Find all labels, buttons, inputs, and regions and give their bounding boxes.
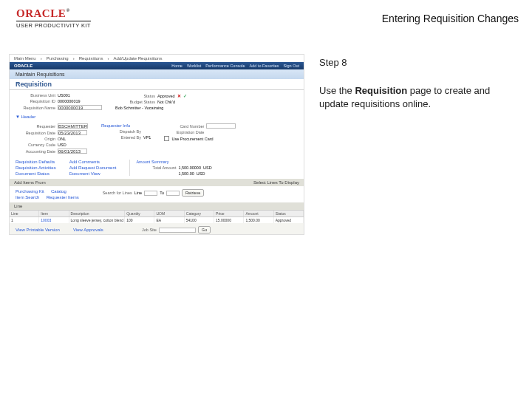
link-addreqdoc[interactable]: Add Request Document xyxy=(69,166,117,170)
oracle-logo-text: ORACLE xyxy=(16,7,66,19)
grid-header: LineItemDescriptionQuantityUOMCategoryPr… xyxy=(10,210,304,217)
tab[interactable]: Requisitions xyxy=(79,56,103,61)
breadcrumb-tabs: Main Menu › Purchasing › Requisitions › … xyxy=(10,55,304,62)
nav-signout[interactable]: Sign Out xyxy=(284,64,299,68)
link-addcomments[interactable]: Add Comments xyxy=(69,160,100,164)
instruction-body: Use the Requisition page to create and u… xyxy=(319,84,511,110)
link-kit[interactable]: Purchasing Kit xyxy=(16,189,44,194)
val-budget: Not Chk'd xyxy=(157,100,175,104)
go-button[interactable]: Go xyxy=(198,226,211,233)
val-bu: US001 xyxy=(58,93,70,98)
lbl-dispatch: Dispatch By xyxy=(101,129,141,134)
app-brand: ORACLE xyxy=(14,64,33,68)
val-total: 1,500.00000 xyxy=(178,166,201,170)
oracle-logo: ORACLE® xyxy=(16,7,91,20)
val-requester-name: Bob Schmitter - Vocatraing xyxy=(115,106,163,110)
lbl-cardnum: Card Number xyxy=(164,124,204,129)
val-curr: USD xyxy=(58,143,66,147)
input-jobsite[interactable] xyxy=(159,228,196,233)
val-reqid: 0000000019 xyxy=(58,99,81,103)
input-reqname[interactable]: 0000000019 xyxy=(58,105,102,110)
lbl-bu: Business Unit xyxy=(16,93,55,98)
doc-title: Entering Requisition Changes xyxy=(382,13,519,24)
input-line-to[interactable] xyxy=(166,191,180,196)
lbl-proc-card: Use Procurement Card xyxy=(171,137,213,141)
link-docstatus[interactable]: Document Status xyxy=(16,171,50,176)
header-toggle[interactable]: ▼ Header xyxy=(10,113,304,120)
nav-fav[interactable]: Add to Favorites xyxy=(250,64,279,68)
val-enteredby: VP1 xyxy=(143,135,151,140)
lbl-acctdate: Accounting Date xyxy=(16,149,55,154)
nav-home[interactable]: Home xyxy=(171,64,183,68)
upk-label: USER PRODUCTIVITY KIT xyxy=(16,21,91,29)
lbl-expdate: Expiration Date xyxy=(164,130,204,134)
input-reqdate[interactable]: 05/23/2013 xyxy=(58,130,87,135)
step-label: Step 8 xyxy=(319,57,511,68)
lbl-enteredby: Entered By xyxy=(101,135,141,140)
link-printable[interactable]: View Printable Version xyxy=(16,228,60,232)
check-icon[interactable]: ✓ xyxy=(183,93,187,98)
link-catalog[interactable]: Catalog xyxy=(51,189,66,194)
link-reqactivities[interactable]: Requisition Activities xyxy=(16,166,56,170)
checkbox-proc-card[interactable] xyxy=(164,136,169,141)
lbl-budget: Budget Status xyxy=(115,100,155,104)
link-reqitems[interactable]: Requester Items xyxy=(47,195,79,200)
input-cardnum[interactable] xyxy=(206,123,236,129)
cancel-icon[interactable]: ✕ xyxy=(177,93,181,98)
brand: ORACLE® USER PRODUCTIVITY KIT xyxy=(16,7,91,29)
table-row[interactable]: 110003Long sleeve jersey, cotton blend10… xyxy=(10,217,304,223)
nav-worklist[interactable]: Worklist xyxy=(187,64,201,68)
grid-title: Line xyxy=(14,204,22,208)
lbl-origin: Origin xyxy=(16,137,55,141)
embedded-screenshot: Main Menu › Purchasing › Requisitions › … xyxy=(9,54,304,235)
breadcrumb: Maintain Requisitions xyxy=(10,69,304,79)
add-items-title: Add Items From xyxy=(14,180,46,185)
tab[interactable]: Add/Update Requisitions xyxy=(113,56,162,61)
instruction-pre: Use the xyxy=(319,85,355,96)
input-requester[interactable]: BSCHMITTER xyxy=(58,123,88,129)
val-total2: 1,500.00 xyxy=(178,171,194,176)
tab[interactable]: Purchasing xyxy=(47,56,69,61)
retrieve-button[interactable]: Retrieve xyxy=(182,189,204,197)
val-origin: ONL xyxy=(58,137,66,141)
lbl-searchlines: Search for Lines xyxy=(92,191,132,195)
lbl-reqid: Requisition ID xyxy=(16,99,55,103)
lbl-reqname: Requisition Name xyxy=(16,106,55,110)
oracle-tm: ® xyxy=(66,7,70,13)
lbl-curr: Currency Code xyxy=(16,143,55,147)
lbl-jobsite: Job Site xyxy=(117,228,157,232)
lbl-total: Total Amount xyxy=(136,166,176,170)
instruction-bold: Requisition xyxy=(355,85,407,96)
amount-summary-title: Amount Summary xyxy=(136,160,168,164)
link-approvals[interactable]: View Approvals xyxy=(73,228,103,232)
nav-perf[interactable]: Performance Console xyxy=(205,64,245,68)
input-line-from[interactable] xyxy=(144,191,157,196)
link-docview[interactable]: Document View xyxy=(69,171,100,176)
input-acctdate[interactable]: 06/01/2013 xyxy=(58,149,87,154)
link-reqdefaults[interactable]: Requisition Defaults xyxy=(16,160,55,164)
select-lines-title: Select Lines To Display xyxy=(253,180,299,185)
link-itemsearch[interactable]: Item Search xyxy=(16,195,39,200)
link-reqinfo[interactable]: Requester Info xyxy=(101,123,130,128)
tab[interactable]: Main Menu xyxy=(14,56,36,61)
val-status: Approved xyxy=(157,94,175,98)
global-nav: Home Worklist Performance Console Add to… xyxy=(171,64,299,68)
page-title: Requisition xyxy=(10,79,304,90)
instruction-panel: Step 8 Use the Requisition page to creat… xyxy=(319,54,511,235)
lbl-requester: Requester xyxy=(16,124,55,129)
lbl-status: Status xyxy=(115,94,155,98)
lbl-reqdate: Requisition Date xyxy=(16,131,55,135)
